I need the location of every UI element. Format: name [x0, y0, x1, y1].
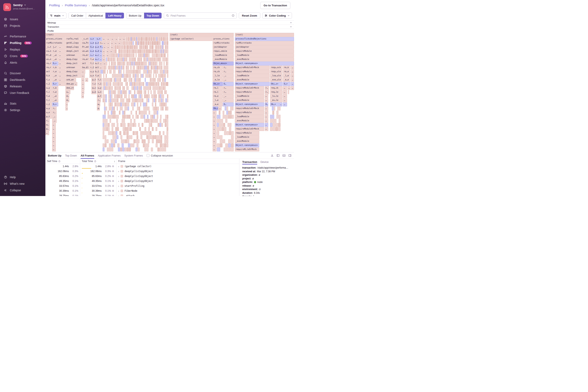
flame-frame[interactable]: _loadModule	[235, 115, 264, 119]
flame-frame-small[interactable]	[109, 106, 110, 110]
flame-frame-small[interactable]	[117, 74, 118, 78]
flame-frame-small[interactable]	[103, 135, 104, 139]
flame-frame-small[interactable]	[149, 119, 151, 123]
flame-frame-small[interactable]	[151, 82, 152, 86]
flame-frame-small[interactable]	[129, 90, 130, 94]
flame-frame-small[interactable]	[143, 62, 144, 66]
flame-frame-small[interactable]	[148, 41, 149, 45]
flame-frame-small[interactable]	[132, 37, 133, 41]
flame-frame-small[interactable]	[165, 82, 166, 86]
flame-frame-small[interactable]	[107, 148, 109, 152]
flame-frame-small[interactable]	[144, 66, 145, 70]
flame-frame-small[interactable]	[155, 102, 156, 106]
flame-frame[interactable]: _loa…ule	[270, 74, 283, 78]
flame-frame[interactable]: _…	[223, 74, 234, 78]
flame-frame-small[interactable]	[127, 54, 128, 57]
flame-frame-small[interactable]	[165, 49, 166, 53]
flame-frame-small[interactable]	[126, 115, 127, 119]
flame-frame-small[interactable]	[135, 49, 136, 53]
flame-frame[interactable]: …	[265, 123, 268, 127]
flame-frame-small[interactable]	[122, 66, 123, 70]
flame-frame-small[interactable]	[164, 102, 165, 106]
flame-frame[interactable]: r…k	[52, 66, 58, 70]
flame-frame-small[interactable]	[146, 62, 147, 66]
flame-frame-small[interactable]	[140, 94, 141, 98]
flame-frame-small[interactable]	[106, 74, 107, 78]
flame-frame-small[interactable]	[123, 98, 124, 102]
flame-frame-small[interactable]	[123, 139, 125, 143]
flame-frame-small[interactable]	[104, 111, 106, 114]
search-info-icon[interactable]	[232, 14, 235, 17]
flame-frame-small[interactable]	[152, 37, 153, 41]
flame-frame-small[interactable]	[288, 90, 289, 94]
flame-frame-small[interactable]	[153, 135, 154, 139]
flame-frame-small[interactable]	[167, 127, 168, 131]
flame-frame-small[interactable]	[150, 62, 152, 66]
flame-frame[interactable]: re…er	[81, 58, 89, 62]
flame-frame-small[interactable]	[155, 78, 156, 82]
flame-frame-small[interactable]	[124, 86, 125, 90]
flame-frame[interactable]: O…e	[89, 45, 94, 49]
flame-frame[interactable]: …	[52, 123, 56, 127]
flame-frame[interactable]: r…e	[52, 90, 58, 94]
flame-frame-small[interactable]	[145, 111, 147, 114]
flame-frame-small[interactable]	[227, 131, 229, 135]
flame-frame-small[interactable]	[116, 86, 117, 90]
flame-frame-small[interactable]	[121, 139, 123, 143]
flame-frame-small[interactable]	[128, 66, 129, 70]
flame-frame-small[interactable]	[146, 86, 147, 90]
flame-frame-small[interactable]	[105, 78, 106, 82]
flame-frame[interactable]: …	[81, 86, 84, 90]
flame-frame-small[interactable]	[104, 66, 105, 70]
flame-frame-small[interactable]	[127, 62, 128, 66]
flame-frame-small[interactable]	[111, 115, 112, 119]
flame-frame[interactable]: O…	[223, 82, 234, 86]
flame-frame-small[interactable]	[146, 98, 148, 102]
flame-frame-small[interactable]	[117, 98, 118, 102]
flame-frame-small[interactable]	[149, 58, 150, 62]
flame-frame-small[interactable]	[124, 45, 125, 49]
flame-frame-small[interactable]	[142, 66, 143, 70]
flame-frame[interactable]: r…	[52, 111, 57, 114]
flame-frame-small[interactable]	[143, 102, 144, 106]
flame-frame-small[interactable]	[140, 41, 141, 45]
flame-frame-small[interactable]	[164, 62, 165, 66]
flame-frame[interactable]: …	[58, 54, 65, 57]
flame-frame-small[interactable]	[158, 45, 159, 49]
flame-frame-small[interactable]	[167, 70, 168, 74]
flame-frame-small[interactable]	[167, 115, 168, 119]
flame-frame-small[interactable]	[120, 82, 121, 86]
bottom-up-button[interactable]: Bottom Up	[126, 13, 144, 18]
flame-frame-small[interactable]	[112, 86, 113, 90]
flame-frame-small[interactable]	[115, 139, 117, 143]
flame-frame-small[interactable]	[133, 139, 135, 143]
flame-frame[interactable]: …	[103, 41, 106, 45]
flame-frame-small[interactable]	[220, 144, 223, 147]
flame-frame-small[interactable]	[144, 119, 146, 123]
flame-frame-small[interactable]	[150, 78, 151, 82]
flame-frame-small[interactable]	[140, 66, 141, 70]
flame-frame-small[interactable]	[141, 58, 142, 62]
flame-frame-small[interactable]	[153, 54, 154, 57]
flame-frame-small[interactable]	[140, 102, 141, 106]
flame-frame[interactable]: …	[288, 86, 291, 90]
flame-frame-small[interactable]	[133, 86, 134, 90]
flame-frame-small[interactable]	[158, 98, 159, 102]
flame-frame-small[interactable]	[162, 90, 163, 94]
flame-frame-small[interactable]	[114, 111, 115, 114]
flame-frame-small[interactable]	[158, 86, 159, 90]
flame-frame-small[interactable]	[156, 94, 157, 98]
flame-frame[interactable]: r…1	[97, 82, 102, 86]
flame-frame-small[interactable]	[147, 58, 148, 62]
flame-frame-small[interactable]	[151, 70, 152, 74]
self-time-header[interactable]: Self Time	[45, 159, 80, 164]
flame-frame[interactable]: …	[265, 127, 268, 131]
flame-frame-small[interactable]	[149, 123, 150, 127]
flame-frame-small[interactable]	[108, 90, 109, 94]
flame-frame[interactable]: _lo…le	[270, 94, 283, 98]
flame-frame[interactable]: u…	[99, 49, 102, 53]
flame-frame-small[interactable]	[146, 66, 147, 70]
flame-frame-small[interactable]	[140, 131, 142, 135]
flame-frame-small[interactable]	[108, 78, 109, 82]
flame-frame-small[interactable]	[122, 148, 124, 152]
